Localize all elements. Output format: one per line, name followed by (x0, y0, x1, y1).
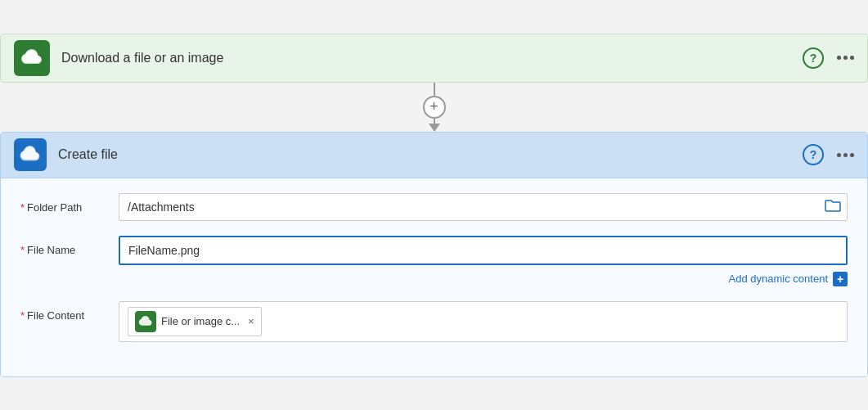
file-name-input[interactable] (119, 236, 848, 265)
download-more-button[interactable] (837, 56, 854, 60)
create-more-button[interactable] (837, 153, 854, 157)
create-file-card: Create file ? *Folder Path (0, 132, 868, 377)
create-file-body: *Folder Path *File Name (1, 178, 867, 376)
file-name-label: *File Name (20, 236, 119, 256)
add-step-button[interactable]: + (423, 96, 446, 119)
connector-arrow (429, 124, 440, 132)
download-card-title: Download a file or an image (61, 51, 803, 65)
file-content-input[interactable]: File or image c... × (119, 301, 848, 342)
file-content-label: *File Content (20, 301, 119, 322)
download-card-actions: ? (803, 47, 854, 69)
connector: + (0, 83, 868, 132)
svg-point-0 (25, 52, 38, 62)
create-help-button[interactable]: ? (803, 144, 824, 165)
create-file-header: Create file ? (1, 133, 867, 178)
file-name-input-wrap (119, 236, 848, 265)
file-name-row: *File Name (20, 236, 848, 265)
file-content-row: *File Content File or image c... × (20, 301, 848, 342)
chip-app-icon (135, 311, 156, 332)
download-card: Download a file or an image ? (0, 34, 868, 83)
folder-path-row: *Folder Path (20, 193, 848, 221)
create-file-title: Create file (58, 147, 803, 162)
chip-text: File or image c... (161, 315, 240, 327)
folder-browse-button[interactable] (825, 198, 841, 216)
folder-path-input[interactable] (119, 193, 848, 221)
connector-line-top (434, 83, 435, 96)
download-help-button[interactable]: ? (803, 47, 824, 69)
download-app-icon (14, 40, 50, 76)
file-content-chip: File or image c... × (128, 307, 262, 336)
folder-path-label: *Folder Path (20, 193, 119, 214)
dynamic-content-plus-icon: + (833, 272, 848, 286)
add-dynamic-content-button[interactable]: Add dynamic content + (729, 272, 848, 286)
create-app-icon (14, 138, 47, 171)
folder-path-input-wrap (119, 193, 848, 221)
create-file-actions: ? (803, 144, 854, 165)
file-content-input-wrap: File or image c... × (119, 301, 848, 342)
chip-close-button[interactable]: × (248, 315, 254, 327)
dynamic-content-row: Add dynamic content + (20, 272, 848, 286)
